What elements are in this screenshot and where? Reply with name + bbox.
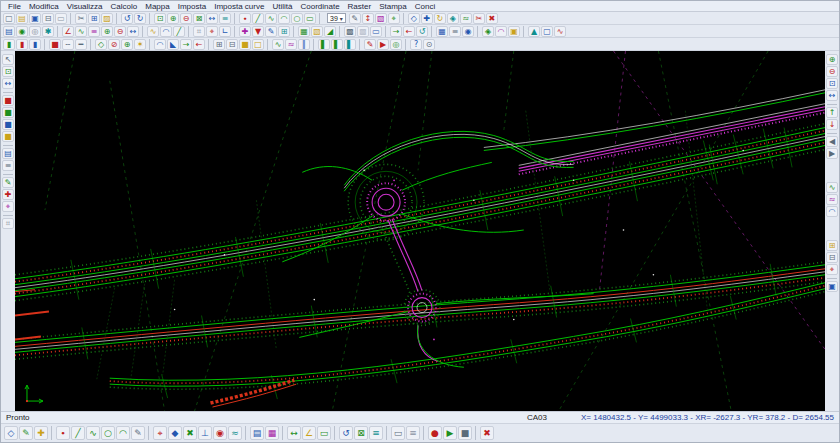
menu-file[interactable]: File xyxy=(4,2,25,11)
clothoid-icon[interactable]: ∿ xyxy=(147,26,159,37)
color-red-icon[interactable]: ■ xyxy=(2,95,14,106)
zoom-previous-icon[interactable]: ↺ xyxy=(339,426,353,440)
select-mode-icon[interactable]: ◇ xyxy=(4,426,18,440)
zoom-box-left-icon[interactable]: ⊡ xyxy=(2,66,14,77)
snap-intersection-icon[interactable]: ✖ xyxy=(183,426,197,440)
flag-icon[interactable]: ▶ xyxy=(377,39,389,50)
r-profile-1-icon[interactable]: ∿ xyxy=(826,182,838,193)
refresh-icon[interactable]: ↺ xyxy=(416,26,428,37)
explode-icon[interactable]: ✶ xyxy=(134,39,146,50)
menu-raster[interactable]: Raster xyxy=(344,2,376,11)
regen-icon[interactable]: ≡ xyxy=(369,426,383,440)
menu-imposta[interactable]: Imposta xyxy=(174,2,210,11)
menu-mappa[interactable]: Mappa xyxy=(141,2,173,11)
snap-icon[interactable]: ⌖ xyxy=(206,26,218,37)
menu-stampa[interactable]: Stampa xyxy=(375,2,411,11)
pen-color-icon[interactable]: ■ xyxy=(49,39,61,50)
new-file-icon[interactable]: ▢ xyxy=(3,13,15,24)
marker-red-icon[interactable]: ▮ xyxy=(16,39,28,50)
layer-manager-icon[interactable]: ▤ xyxy=(3,26,15,37)
menu-imposta-curve[interactable]: Imposta curve xyxy=(210,2,268,11)
axis-tool-icon[interactable]: ∠ xyxy=(62,26,74,37)
zoom-window-icon[interactable]: ⊡ xyxy=(154,13,166,24)
zoom-in-icon[interactable]: ⊕ xyxy=(167,13,179,24)
r-layer-up-icon[interactable]: ↑ xyxy=(826,107,838,118)
mirror-icon[interactable]: ◈ xyxy=(447,13,459,24)
fillet-icon[interactable]: ◠ xyxy=(154,39,166,50)
lock-icon[interactable]: ■ xyxy=(239,39,251,50)
volume-tool-icon[interactable]: ▧ xyxy=(311,26,323,37)
grid-icon[interactable]: ⌗ xyxy=(193,26,205,37)
ungroup-icon[interactable]: ⊟ xyxy=(226,39,238,50)
quick-point-icon[interactable]: ∙ xyxy=(56,426,70,440)
measure-distance-icon[interactable]: ↔ xyxy=(287,426,301,440)
label-tool-icon[interactable]: ✎ xyxy=(265,26,277,37)
macro-record-icon[interactable]: ● xyxy=(428,426,442,440)
grid-toggle-icon[interactable]: ⌗ xyxy=(2,218,14,229)
draw-circle-icon[interactable]: ○ xyxy=(291,13,303,24)
menu-utilita[interactable]: Utilità xyxy=(268,2,296,11)
plot-preview-icon[interactable]: ▭ xyxy=(55,13,67,24)
open-icon[interactable]: ▤ xyxy=(16,13,28,24)
r-grid-remove-icon[interactable]: ⊟ xyxy=(826,252,838,263)
r-zoom-in-icon[interactable]: ⊕ xyxy=(826,54,838,65)
profile-tool-icon[interactable]: ∿ xyxy=(75,26,87,37)
hatch-icon[interactable]: ▧ xyxy=(375,13,387,24)
quick-arc-icon[interactable]: ◠ xyxy=(116,426,130,440)
menu-conci[interactable]: Conci xyxy=(411,2,439,11)
pan-left-icon[interactable]: ↔ xyxy=(2,78,14,89)
redraw-icon[interactable]: ≡ xyxy=(219,13,231,24)
marker-blue-icon[interactable]: ▮ xyxy=(29,39,41,50)
vertex-delete-icon[interactable]: ⊖ xyxy=(114,26,126,37)
quick-circle-icon[interactable]: ○ xyxy=(101,426,115,440)
annotate-icon[interactable]: ✎ xyxy=(364,39,376,50)
raster-hide-icon[interactable]: ▩ xyxy=(357,26,369,37)
drawing-canvas[interactable] xyxy=(15,51,825,411)
join-tool-icon[interactable]: ⊕ xyxy=(121,39,133,50)
layer-off-icon[interactable]: ◎ xyxy=(29,26,41,37)
zoom-all-icon[interactable]: ⊠ xyxy=(354,426,368,440)
chamfer-icon[interactable]: ◣ xyxy=(167,39,179,50)
r-next-view-icon[interactable]: ▶ xyxy=(826,148,838,159)
draw-line-icon[interactable]: ╱ xyxy=(252,13,264,24)
snap-endpoint-icon[interactable]: ⌖ xyxy=(153,426,167,440)
import-icon[interactable]: ← xyxy=(403,26,415,37)
measure-icon[interactable]: ⌖ xyxy=(388,13,400,24)
r-pan-icon[interactable]: ↔ xyxy=(826,90,838,101)
draw-polyline-icon[interactable]: ∿ xyxy=(265,13,277,24)
list-view-icon[interactable]: ≡ xyxy=(449,26,461,37)
line-width-icon[interactable]: ━ xyxy=(75,39,87,50)
layer-on-icon[interactable]: ◉ xyxy=(16,26,28,37)
zoom-extents-icon[interactable]: ⊠ xyxy=(193,13,205,24)
snap-midpoint-icon[interactable]: ◆ xyxy=(168,426,182,440)
info-icon[interactable]: ◉ xyxy=(462,26,474,37)
road-calc-icon[interactable]: ◈ xyxy=(482,26,494,37)
osnap-palette-icon[interactable]: ⌖ xyxy=(2,201,14,212)
properties-panel-icon[interactable]: ≡ xyxy=(2,160,14,171)
draw-point-icon[interactable]: ∙ xyxy=(239,13,251,24)
filter-colors-icon[interactable]: ▦ xyxy=(265,426,279,440)
snap-center-icon[interactable]: ◉ xyxy=(213,426,227,440)
macro-stop-icon[interactable]: ■ xyxy=(458,426,472,440)
tangent-icon[interactable]: ╱ xyxy=(173,26,185,37)
section-lines-icon[interactable]: ║ xyxy=(298,39,310,50)
snap-nearest-icon[interactable]: ≈ xyxy=(228,426,242,440)
cut-icon[interactable]: ✂ xyxy=(75,13,87,24)
raster-show-icon[interactable]: ▩ xyxy=(344,26,356,37)
erase-icon[interactable]: ✖ xyxy=(486,13,498,24)
station-marker-icon[interactable]: ▼ xyxy=(252,26,264,37)
select-icon[interactable]: ◇ xyxy=(408,13,420,24)
quick-polyline-icon[interactable]: ∿ xyxy=(86,426,100,440)
save-icon[interactable]: ▣ xyxy=(29,13,41,24)
undo-icon[interactable]: ↺ xyxy=(121,13,133,24)
draw-mode-icon[interactable]: ✎ xyxy=(19,426,33,440)
image-insert-icon[interactable]: ▭ xyxy=(370,26,382,37)
trim-icon[interactable]: ✂ xyxy=(473,13,485,24)
draw-rectangle-icon[interactable]: ▭ xyxy=(304,13,316,24)
r-zoom-window-icon[interactable]: ⊡ xyxy=(826,78,838,89)
curve-radius-icon[interactable]: ◠ xyxy=(160,26,172,37)
r-curve-icon[interactable]: ◠ xyxy=(826,206,838,217)
node-edit-icon[interactable]: ◇ xyxy=(95,39,107,50)
zoom-out-icon[interactable]: ⊖ xyxy=(180,13,192,24)
export-icon[interactable]: → xyxy=(390,26,402,37)
